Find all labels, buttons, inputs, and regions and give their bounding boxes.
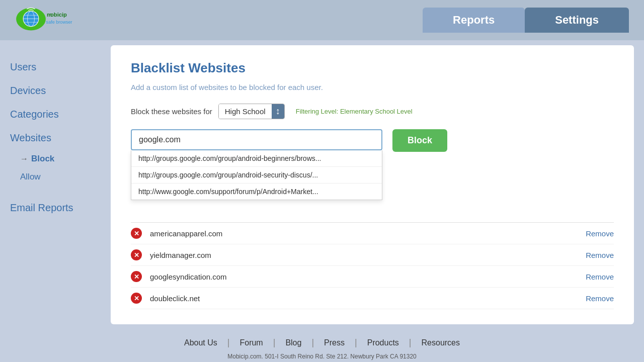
block-icon-3: ✕ <box>131 293 142 304</box>
main-wrapper: Users Devices Categories Websites → Bloc… <box>0 40 644 329</box>
footer-link-about[interactable]: About Us <box>174 338 227 347</box>
header: m obicip safe browser Reports Settings <box>0 0 644 40</box>
settings-button[interactable]: Settings <box>525 8 629 33</box>
table-row: ✕ doubleclick.net Remove <box>131 288 614 309</box>
sidebar-item-devices[interactable]: Devices <box>0 79 111 103</box>
filter-label: Block these websites for <box>131 107 212 116</box>
mobicip-logo: m obicip safe browser <box>15 4 86 34</box>
footer-link-forum[interactable]: Forum <box>229 338 273 347</box>
sidebar-item-websites[interactable]: Websites <box>0 126 111 150</box>
website-name-2: googlesyndication.com <box>150 273 586 281</box>
footer-link-press[interactable]: Press <box>314 338 355 347</box>
website-name-1: yieldmanager.com <box>150 251 586 259</box>
table-row: ✕ americanapparel.com Remove <box>131 223 614 244</box>
remove-link-3[interactable]: Remove <box>586 294 614 303</box>
footer-link-blog[interactable]: Blog <box>275 338 311 347</box>
content-area: Blacklist Websites Add a custom list of … <box>111 45 634 324</box>
remove-link-1[interactable]: Remove <box>586 251 614 259</box>
remove-link-0[interactable]: Remove <box>586 229 614 238</box>
filter-row: Block these websites for High School ↕ F… <box>131 104 614 119</box>
footer: About Us | Forum | Blog | Press | Produc… <box>0 329 644 362</box>
sidebar-item-categories[interactable]: Categories <box>0 103 111 126</box>
website-name-3: doubleclick.net <box>150 294 586 303</box>
sidebar: Users Devices Categories Websites → Bloc… <box>0 40 111 329</box>
nav-buttons: Reports Settings <box>423 8 644 33</box>
table-row: ✕ googlesyndication.com Remove <box>131 266 614 288</box>
autocomplete-item-1[interactable]: http://groups.google.com/group/android-s… <box>131 167 382 184</box>
block-icon-0: ✕ <box>131 228 142 239</box>
sidebar-sub-block[interactable]: → Block <box>0 150 111 168</box>
logo-area: m obicip safe browser <box>0 4 111 36</box>
sidebar-item-email-reports[interactable]: Email Reports <box>0 196 111 220</box>
subtitle: Add a custom list of websites to be bloc… <box>131 83 614 92</box>
footer-address: Mobicip.com. 501-I South Reino Rd. Ste 2… <box>0 352 644 362</box>
input-block-row: http://groups.google.com/group/android-b… <box>131 129 614 152</box>
filter-select-wrap[interactable]: High School ↕ <box>218 104 285 119</box>
arrow-right-icon: → <box>20 154 28 163</box>
footer-link-resources[interactable]: Resources <box>412 338 470 347</box>
svg-text:obicip: obicip <box>50 12 67 18</box>
sidebar-item-users[interactable]: Users <box>0 55 111 79</box>
page-title: Blacklist Websites <box>131 60 614 76</box>
footer-link-products[interactable]: Products <box>357 338 409 347</box>
block-button[interactable]: Block <box>392 129 447 152</box>
autocomplete-item-2[interactable]: http://www.google.com/support/forum/p/An… <box>131 184 382 200</box>
address-line1: Mobicip.com. 501-I South Reino Rd. Ste 2… <box>0 352 644 361</box>
remove-link-2[interactable]: Remove <box>586 273 614 281</box>
profile-select[interactable]: High School <box>219 104 272 119</box>
autocomplete-item-0[interactable]: http://groups.google.com/group/android-b… <box>131 150 382 167</box>
table-row: ✕ yieldmanager.com Remove <box>131 244 614 266</box>
block-icon-2: ✕ <box>131 271 142 282</box>
reports-button[interactable]: Reports <box>423 8 525 33</box>
svg-text:safe browser: safe browser <box>46 20 72 25</box>
website-list: ✕ americanapparel.com Remove ✕ yieldmana… <box>131 222 614 309</box>
url-input[interactable] <box>131 129 382 150</box>
website-name-0: americanapparel.com <box>150 229 586 238</box>
sidebar-sub-allow[interactable]: Allow <box>0 168 111 186</box>
filtering-level: Filtering Level: Elementary School Level <box>296 108 413 115</box>
url-input-wrap: http://groups.google.com/group/android-b… <box>131 129 382 150</box>
select-arrow-icon[interactable]: ↕ <box>272 104 284 119</box>
autocomplete-dropdown: http://groups.google.com/group/android-b… <box>131 150 382 200</box>
footer-links: About Us | Forum | Blog | Press | Produc… <box>0 337 644 348</box>
block-icon-1: ✕ <box>131 249 142 260</box>
